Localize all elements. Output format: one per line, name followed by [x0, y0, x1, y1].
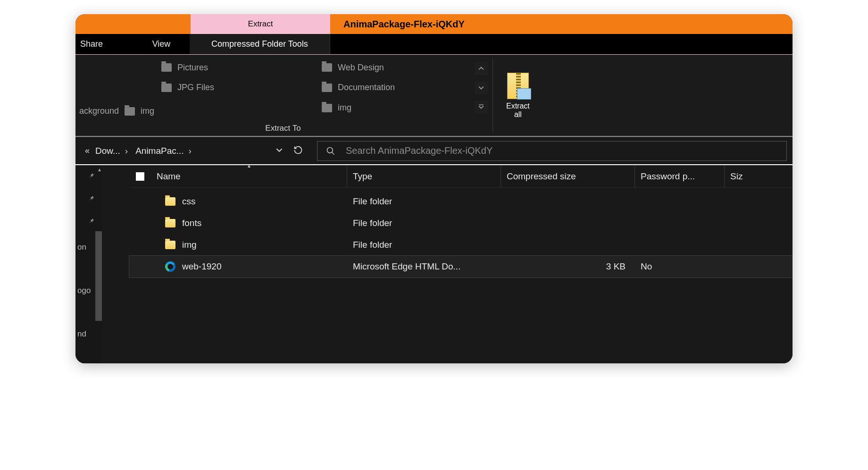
- refresh-button[interactable]: [289, 145, 308, 157]
- column-compressed-size[interactable]: Compressed size: [501, 165, 635, 187]
- dest-jpg-files[interactable]: JPG Files: [158, 81, 314, 94]
- search-input[interactable]: Search AnimaPackage-Flex-iQKdY: [317, 141, 787, 161]
- cell-type: Microsoft Edge HTML Do...: [347, 261, 501, 272]
- cell-name[interactable]: web-1920: [151, 261, 347, 272]
- file-rows: cssFile folderfontsFile folderimgFile fo…: [129, 188, 793, 363]
- tab-share[interactable]: Share: [75, 34, 133, 54]
- pin-icon: [88, 171, 95, 180]
- scroll-up-icon[interactable]: ▴: [98, 166, 101, 173]
- breadcrumb-downloads[interactable]: Dow...›: [92, 146, 132, 156]
- column-name[interactable]: Name▴: [151, 165, 347, 187]
- ribbon-group-extract-to: ackground img Pictures JPG Files x Web D…: [75, 55, 491, 136]
- cell-type: File folder: [347, 196, 501, 207]
- folder-icon: [322, 84, 332, 92]
- address-search-row: « Dow...› AnimaPac...› Search AnimaPacka…: [75, 137, 793, 165]
- column-password-protected[interactable]: Password p...: [635, 165, 725, 187]
- column-select-all[interactable]: [129, 165, 151, 187]
- dest-background[interactable]: ackground img: [75, 104, 158, 118]
- destinations-scroll: [472, 55, 491, 121]
- folder-icon: [125, 107, 135, 116]
- breadcrumb-animapackage[interactable]: AnimaPac...›: [132, 146, 195, 156]
- dest-label: Pictures: [177, 63, 208, 73]
- nav-scrollbar[interactable]: [95, 231, 102, 321]
- column-label: Name: [157, 171, 181, 182]
- content-gutter: [102, 165, 129, 363]
- sort-asc-icon: ▴: [248, 162, 250, 169]
- title-bar: Extract AnimaPackage-Flex-iQKdY: [75, 14, 793, 34]
- file-name: web-1920: [182, 261, 221, 272]
- file-name: css: [182, 196, 196, 207]
- dest-label: JPG Files: [177, 83, 214, 92]
- cell-compressed-size: 3 KB: [501, 261, 635, 272]
- extract-all-button[interactable]: Extractall: [499, 55, 537, 136]
- dest-label: Documentation: [338, 83, 395, 92]
- cell-type: File folder: [347, 218, 501, 228]
- svg-line-2: [332, 152, 334, 154]
- ribbon-tabs: Share View Compressed Folder Tools: [75, 34, 793, 55]
- table-row[interactable]: web-1920Microsoft Edge HTML Do...3 KBNo: [129, 256, 793, 277]
- extract-all-label: Extractall: [506, 102, 530, 119]
- dest-label: ackground: [79, 106, 119, 116]
- context-tab-extract[interactable]: Extract: [191, 14, 330, 34]
- destinations-col-left-cut: ackground img: [75, 55, 156, 121]
- table-row[interactable]: fontsFile folder: [129, 212, 793, 234]
- nav-item-cut[interactable]: nd: [77, 329, 86, 339]
- cell-type: File folder: [347, 240, 501, 250]
- scroll-down-button[interactable]: [475, 81, 488, 94]
- search-placeholder: Search AnimaPackage-Flex-iQKdY: [346, 145, 492, 156]
- folder-icon: [322, 104, 332, 112]
- folder-icon: [165, 241, 175, 249]
- ribbon-body: ackground img Pictures JPG Files x Web D…: [75, 55, 793, 137]
- history-chevrons-icon[interactable]: «: [81, 146, 92, 156]
- search-icon: [326, 146, 335, 156]
- tab-compressed-folder-tools[interactable]: Compressed Folder Tools: [190, 34, 330, 54]
- column-type[interactable]: Type: [347, 165, 501, 187]
- dest-web-design[interactable]: Web Design: [318, 61, 470, 75]
- breadcrumb-label: AnimaPac...: [135, 146, 184, 156]
- nav-pane-stub[interactable]: ▴ on ogo nd: [75, 165, 102, 363]
- destinations-col-a: Pictures JPG Files x: [156, 55, 316, 121]
- gallery-more-button[interactable]: [475, 101, 488, 114]
- breadcrumb-label: Dow...: [95, 146, 120, 156]
- checkbox-icon: [136, 172, 144, 181]
- folder-icon: [161, 63, 172, 72]
- main-area: ▴ on ogo nd Name▴ Type Compressed size P…: [75, 165, 793, 363]
- dest-img[interactable]: img: [318, 101, 470, 115]
- nav-item-cut[interactable]: on: [77, 243, 86, 252]
- column-headers: Name▴ Type Compressed size Password p...…: [129, 165, 793, 188]
- dest-documentation[interactable]: Documentation: [318, 81, 470, 94]
- file-explorer-window: Extract AnimaPackage-Flex-iQKdY Share Vi…: [75, 14, 793, 363]
- zip-extract-icon: [507, 73, 529, 99]
- folder-icon: [165, 197, 175, 206]
- dest-label: Web Design: [338, 63, 384, 73]
- scroll-up-button[interactable]: [475, 62, 488, 75]
- cell-name[interactable]: img: [151, 240, 347, 250]
- pin-icon: [88, 193, 95, 203]
- svg-point-1: [327, 147, 333, 153]
- dest-label: img: [338, 103, 351, 113]
- window-title: AnimaPackage-Flex-iQKdY: [330, 14, 793, 34]
- address-bar[interactable]: « Dow...› AnimaPac...›: [81, 141, 308, 161]
- file-list: Name▴ Type Compressed size Password p...…: [129, 165, 793, 363]
- dest-label: img: [141, 106, 154, 116]
- chevron-right-icon[interactable]: ›: [189, 146, 192, 156]
- cell-name[interactable]: css: [151, 196, 347, 207]
- address-history-dropdown[interactable]: [270, 147, 289, 155]
- title-bar-spacer: [75, 14, 191, 34]
- nav-item-cut[interactable]: ogo: [77, 286, 91, 295]
- table-row[interactable]: imgFile folder: [129, 234, 793, 256]
- file-name: fonts: [182, 218, 201, 228]
- column-size[interactable]: Siz: [725, 165, 793, 187]
- chevron-right-icon[interactable]: ›: [125, 146, 128, 156]
- cell-name[interactable]: fonts: [151, 218, 347, 228]
- ribbon-group-label: Extract To: [75, 121, 491, 136]
- pin-icon: [88, 216, 95, 226]
- file-name: img: [182, 240, 197, 250]
- dest-pictures[interactable]: Pictures: [158, 61, 314, 75]
- folder-icon: [165, 219, 175, 227]
- table-row[interactable]: cssFile folder: [129, 191, 793, 212]
- edge-icon: [165, 261, 175, 272]
- folder-icon: [161, 84, 172, 92]
- extract-destinations: ackground img Pictures JPG Files x Web D…: [75, 55, 491, 121]
- tab-view[interactable]: View: [133, 34, 190, 54]
